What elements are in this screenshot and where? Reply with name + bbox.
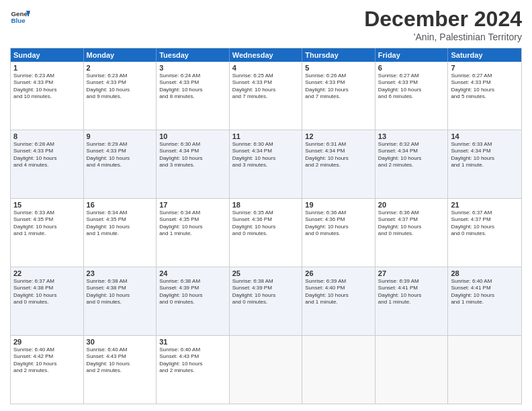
cell-22: 22 Sunrise: 6:37 AMSunset: 4:38 PMDaylig… <box>11 267 84 335</box>
header-saturday: Saturday <box>448 48 521 62</box>
subtitle: 'Anin, Palestinian Territory <box>364 32 522 42</box>
header-friday: Friday <box>375 48 449 62</box>
title-section: December 2024 'Anin, Palestinian Territo… <box>364 7 522 42</box>
cell-10: 10 Sunrise: 6:30 AMSunset: 4:34 PMDaylig… <box>157 130 230 198</box>
logo-icon: General Blue <box>10 7 30 27</box>
week-row-5: 29 Sunrise: 6:40 AMSunset: 4:42 PMDaylig… <box>11 336 521 404</box>
cell-14: 14 Sunrise: 6:33 AMSunset: 4:34 PMDaylig… <box>448 130 521 198</box>
cell-1: 1 Sunrise: 6:23 AMSunset: 4:33 PMDayligh… <box>11 62 84 130</box>
cell-23: 23 Sunrise: 6:38 AMSunset: 4:38 PMDaylig… <box>84 267 157 335</box>
cell-15: 15 Sunrise: 6:33 AMSunset: 4:35 PMDaylig… <box>11 199 84 267</box>
calendar-header: Sunday Monday Tuesday Wednesday Thursday… <box>11 48 521 62</box>
cell-empty-4 <box>448 336 521 404</box>
cell-17: 17 Sunrise: 6:34 AMSunset: 4:35 PMDaylig… <box>157 199 230 267</box>
cell-7: 7 Sunrise: 6:27 AMSunset: 4:33 PMDayligh… <box>448 62 521 130</box>
cell-29: 29 Sunrise: 6:40 AMSunset: 4:42 PMDaylig… <box>11 336 84 404</box>
week-row-4: 22 Sunrise: 6:37 AMSunset: 4:38 PMDaylig… <box>11 267 521 336</box>
cell-empty-3 <box>375 336 449 404</box>
cell-13: 13 Sunrise: 6:32 AMSunset: 4:34 PMDaylig… <box>375 130 449 198</box>
cell-12: 12 Sunrise: 6:31 AMSunset: 4:34 PMDaylig… <box>302 130 375 198</box>
header-monday: Monday <box>84 48 157 62</box>
cell-9: 9 Sunrise: 6:29 AMSunset: 4:33 PMDayligh… <box>84 130 157 198</box>
week-row-1: 1 Sunrise: 6:23 AMSunset: 4:33 PMDayligh… <box>11 62 521 130</box>
page: General Blue December 2024 'Anin, Palest… <box>0 0 532 411</box>
header-sunday: Sunday <box>11 48 84 62</box>
cell-28: 28 Sunrise: 6:40 AMSunset: 4:41 PMDaylig… <box>448 267 521 335</box>
cell-19: 19 Sunrise: 6:36 AMSunset: 4:36 PMDaylig… <box>302 199 375 267</box>
cell-2: 2 Sunrise: 6:23 AMSunset: 4:33 PMDayligh… <box>84 62 157 130</box>
cell-16: 16 Sunrise: 6:34 AMSunset: 4:35 PMDaylig… <box>84 199 157 267</box>
header-thursday: Thursday <box>302 48 375 62</box>
cell-6: 6 Sunrise: 6:27 AMSunset: 4:33 PMDayligh… <box>375 62 449 130</box>
cell-25: 25 Sunrise: 6:38 AMSunset: 4:39 PMDaylig… <box>230 267 303 335</box>
cell-8: 8 Sunrise: 6:28 AMSunset: 4:33 PMDayligh… <box>11 130 84 198</box>
cell-18: 18 Sunrise: 6:35 AMSunset: 4:36 PMDaylig… <box>230 199 303 267</box>
cell-empty-1 <box>230 336 303 404</box>
cell-empty-2 <box>302 336 375 404</box>
cell-5: 5 Sunrise: 6:26 AMSunset: 4:33 PMDayligh… <box>302 62 375 130</box>
week-row-3: 15 Sunrise: 6:33 AMSunset: 4:35 PMDaylig… <box>11 199 521 267</box>
svg-text:Blue: Blue <box>11 17 26 24</box>
cell-31: 31 Sunrise: 6:40 AMSunset: 4:43 PMDaylig… <box>157 336 230 404</box>
cell-21: 21 Sunrise: 6:37 AMSunset: 4:37 PMDaylig… <box>448 199 521 267</box>
header: General Blue December 2024 'Anin, Palest… <box>10 7 522 42</box>
cell-27: 27 Sunrise: 6:39 AMSunset: 4:41 PMDaylig… <box>375 267 449 335</box>
month-title: December 2024 <box>364 7 522 32</box>
week-row-2: 8 Sunrise: 6:28 AMSunset: 4:33 PMDayligh… <box>11 130 521 199</box>
calendar: Sunday Monday Tuesday Wednesday Thursday… <box>10 48 522 404</box>
cell-4: 4 Sunrise: 6:25 AMSunset: 4:33 PMDayligh… <box>230 62 303 130</box>
cell-24: 24 Sunrise: 6:38 AMSunset: 4:39 PMDaylig… <box>157 267 230 335</box>
header-wednesday: Wednesday <box>230 48 303 62</box>
cell-11: 11 Sunrise: 6:30 AMSunset: 4:34 PMDaylig… <box>230 130 303 198</box>
cell-26: 26 Sunrise: 6:39 AMSunset: 4:40 PMDaylig… <box>302 267 375 335</box>
cell-3: 3 Sunrise: 6:24 AMSunset: 4:33 PMDayligh… <box>157 62 230 130</box>
cell-20: 20 Sunrise: 6:36 AMSunset: 4:37 PMDaylig… <box>375 199 449 267</box>
calendar-body: 1 Sunrise: 6:23 AMSunset: 4:33 PMDayligh… <box>11 62 521 404</box>
header-tuesday: Tuesday <box>157 48 230 62</box>
cell-30: 30 Sunrise: 6:40 AMSunset: 4:43 PMDaylig… <box>84 336 157 404</box>
logo: General Blue <box>10 7 30 27</box>
